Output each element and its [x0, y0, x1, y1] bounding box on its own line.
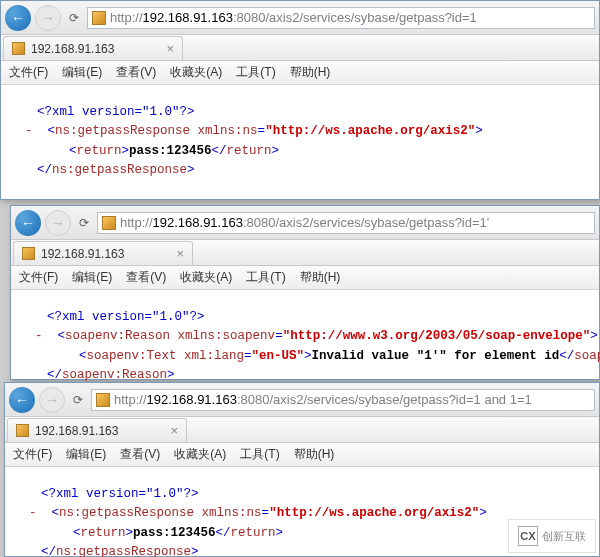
xml-content: <?xml version="1.0"?> - <soapenv:Reason …	[11, 290, 599, 396]
watermark-text: 创新互联	[542, 529, 586, 544]
reload-button[interactable]: ⟳	[75, 216, 93, 230]
forward-button[interactable]: →	[39, 387, 65, 413]
menu-view[interactable]: 查看(V)	[116, 64, 156, 81]
url-prefix: http://	[120, 215, 153, 230]
tab-label: 192.168.91.163	[41, 247, 124, 261]
url-rest: :8080/axis2/services/sybase/getpass?id=1…	[237, 392, 532, 407]
tab-strip: 192.168.91.163 ×	[5, 417, 599, 443]
reload-button[interactable]: ⟳	[69, 393, 87, 407]
browser-window-a: ← → ⟳ http://192.168.91.163:8080/axis2/s…	[0, 0, 600, 200]
arrow-right-icon: →	[45, 392, 59, 408]
reload-button[interactable]: ⟳	[65, 11, 83, 25]
menu-edit[interactable]: 编辑(E)	[62, 64, 102, 81]
arrow-right-icon: →	[51, 215, 65, 231]
menu-bar: 文件(F) 编辑(E) 查看(V) 收藏夹(A) 工具(T) 帮助(H)	[5, 443, 599, 467]
menu-tools[interactable]: 工具(T)	[236, 64, 275, 81]
menu-edit[interactable]: 编辑(E)	[72, 269, 112, 286]
arrow-left-icon: ←	[15, 392, 29, 408]
watermark: CX 创新互联	[508, 519, 596, 553]
menu-fav[interactable]: 收藏夹(A)	[180, 269, 232, 286]
tab-label: 192.168.91.163	[35, 424, 118, 438]
menu-fav[interactable]: 收藏夹(A)	[170, 64, 222, 81]
menu-view[interactable]: 查看(V)	[126, 269, 166, 286]
tab[interactable]: 192.168.91.163 ×	[7, 418, 187, 442]
tab-strip: 192.168.91.163 ×	[1, 35, 599, 61]
forward-button[interactable]: →	[35, 5, 61, 31]
forward-button[interactable]: →	[45, 210, 71, 236]
arrow-right-icon: →	[41, 10, 55, 26]
close-tab-button[interactable]: ×	[166, 41, 174, 56]
menu-tools[interactable]: 工具(T)	[246, 269, 285, 286]
menu-file[interactable]: 文件(F)	[13, 446, 52, 463]
url-prefix: http://	[110, 10, 143, 25]
watermark-logo-icon: CX	[518, 526, 538, 546]
favicon-icon	[102, 216, 116, 230]
menu-tools[interactable]: 工具(T)	[240, 446, 279, 463]
xml-content: <?xml version="1.0"?> - <ns:getpassRespo…	[1, 85, 599, 191]
toolbar: ← → ⟳ http://192.168.91.163:8080/axis2/s…	[5, 383, 599, 417]
menu-help[interactable]: 帮助(H)	[294, 446, 335, 463]
url-ip: 192.168.91.163	[153, 215, 243, 230]
tab-strip: 192.168.91.163 ×	[11, 240, 599, 266]
tab[interactable]: 192.168.91.163 ×	[3, 36, 183, 60]
arrow-left-icon: ←	[21, 215, 35, 231]
url-prefix: http://	[114, 392, 147, 407]
favicon-icon	[22, 247, 35, 260]
back-button[interactable]: ←	[9, 387, 35, 413]
toolbar: ← → ⟳ http://192.168.91.163:8080/axis2/s…	[11, 206, 599, 240]
close-tab-button[interactable]: ×	[170, 423, 178, 438]
favicon-icon	[16, 424, 29, 437]
address-bar[interactable]: http://192.168.91.163:8080/axis2/service…	[91, 389, 595, 411]
menu-help[interactable]: 帮助(H)	[300, 269, 341, 286]
url-ip: 192.168.91.163	[143, 10, 233, 25]
favicon-icon	[12, 42, 25, 55]
menu-edit[interactable]: 编辑(E)	[66, 446, 106, 463]
menu-file[interactable]: 文件(F)	[9, 64, 48, 81]
tab[interactable]: 192.168.91.163 ×	[13, 241, 193, 265]
menu-help[interactable]: 帮助(H)	[290, 64, 331, 81]
toolbar: ← → ⟳ http://192.168.91.163:8080/axis2/s…	[1, 1, 599, 35]
menu-bar: 文件(F) 编辑(E) 查看(V) 收藏夹(A) 工具(T) 帮助(H)	[11, 266, 599, 290]
url-ip: 192.168.91.163	[147, 392, 237, 407]
back-button[interactable]: ←	[5, 5, 31, 31]
close-tab-button[interactable]: ×	[176, 246, 184, 261]
menu-file[interactable]: 文件(F)	[19, 269, 58, 286]
url-rest: :8080/axis2/services/sybase/getpass?id=1	[233, 10, 477, 25]
tab-label: 192.168.91.163	[31, 42, 114, 56]
menu-fav[interactable]: 收藏夹(A)	[174, 446, 226, 463]
browser-window-b: ← → ⟳ http://192.168.91.163:8080/axis2/s…	[10, 205, 600, 380]
address-bar[interactable]: http://192.168.91.163:8080/axis2/service…	[97, 212, 595, 234]
menu-view[interactable]: 查看(V)	[120, 446, 160, 463]
arrow-left-icon: ←	[11, 10, 25, 26]
favicon-icon	[96, 393, 110, 407]
url-rest: :8080/axis2/services/sybase/getpass?id=1…	[243, 215, 489, 230]
menu-bar: 文件(F) 编辑(E) 查看(V) 收藏夹(A) 工具(T) 帮助(H)	[1, 61, 599, 85]
favicon-icon	[92, 11, 106, 25]
address-bar[interactable]: http://192.168.91.163:8080/axis2/service…	[87, 7, 595, 29]
back-button[interactable]: ←	[15, 210, 41, 236]
